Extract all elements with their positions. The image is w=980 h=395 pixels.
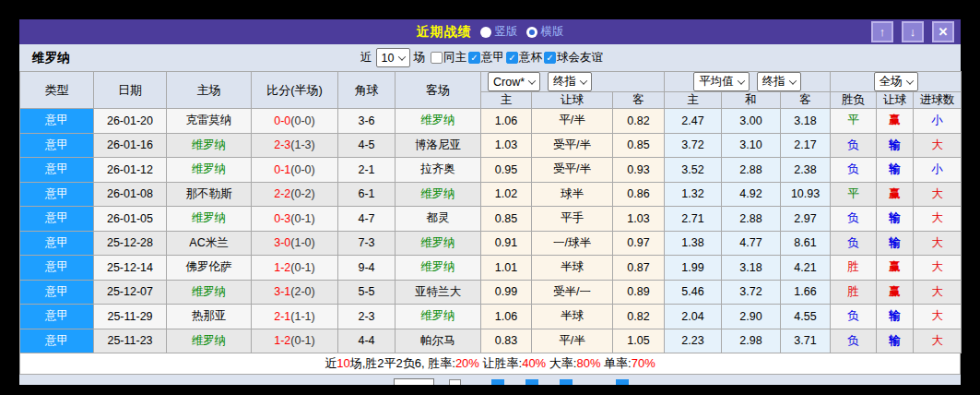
away-team-cell[interactable]: 拉齐奥 xyxy=(396,158,481,183)
filter-checkbox-group: 同主意甲意杯球会友谊 xyxy=(429,50,603,66)
avg-draw-odds-cell: 2.88 xyxy=(722,207,781,232)
average-index-select[interactable]: 终指 xyxy=(757,72,801,91)
crown-home-odds-cell: 0.95 xyxy=(481,158,532,183)
results-table: 类型 日期 主场 比分(半场) 角球 客场 Crow* 终指 xyxy=(19,71,962,353)
score-cell[interactable]: 3-0(1-0) xyxy=(252,231,338,256)
score-cell[interactable]: 3-1(2-0) xyxy=(252,280,338,305)
full-time-score: 0-1 xyxy=(274,163,290,176)
crown-away-odds-cell: 0.86 xyxy=(613,182,665,207)
full-time-score: 1-2 xyxy=(274,334,290,347)
avg-away-odds-cell: 3.71 xyxy=(781,329,831,353)
view-horizontal-radio[interactable]: 横版 xyxy=(526,24,564,40)
score-cell[interactable]: 0-3(0-1) xyxy=(252,207,338,232)
league-cell[interactable]: 意甲 xyxy=(20,256,94,281)
avg-away-odds-cell: 4.21 xyxy=(781,256,831,281)
away-team-cell[interactable]: 亚特兰大 xyxy=(396,280,481,305)
home-team-cell[interactable]: 佛罗伦萨 xyxy=(167,256,252,281)
handicap-result-cell: 输 xyxy=(877,158,914,183)
score-cell[interactable]: 2-2(0-2) xyxy=(252,182,338,207)
home-team-cell[interactable]: 维罗纳 xyxy=(167,158,252,183)
score-cell[interactable]: 2-3(1-3) xyxy=(252,133,338,158)
view-vertical-radio[interactable]: 竖版 xyxy=(480,24,518,40)
match-row: 意甲26-01-12维罗纳0-1(0-0)2-1拉齐奥0.95受平/半0.933… xyxy=(20,158,962,183)
filter-checkbox-意甲[interactable]: 意甲 xyxy=(468,50,504,66)
league-cell[interactable]: 意甲 xyxy=(20,109,94,134)
filter-checkbox-同主[interactable]: 同主 xyxy=(431,50,466,66)
summary-stat-value: 20% xyxy=(455,356,479,370)
crown-away-odds-cell: 0.87 xyxy=(613,256,665,281)
score-cell[interactable]: 0-0(0-0) xyxy=(252,109,338,134)
checked-checkbox-icon[interactable] xyxy=(506,52,518,64)
league-cell[interactable]: 意甲 xyxy=(20,329,94,353)
avg-home-odds-cell: 2.04 xyxy=(665,305,722,329)
cutoff-count-select[interactable] xyxy=(394,378,434,385)
cutoff-unchecked-checkbox[interactable] xyxy=(449,379,461,385)
chevron-down-icon xyxy=(580,77,587,84)
home-team-cell[interactable]: 那不勒斯 xyxy=(167,182,252,207)
crown-handicap-cell: 受平/半 xyxy=(532,133,613,158)
bookmaker-index-select[interactable]: 终指 xyxy=(548,72,592,91)
league-cell[interactable]: 意甲 xyxy=(20,207,94,232)
cutoff-checked-checkbox[interactable] xyxy=(616,379,629,385)
away-team-cell[interactable]: 都灵 xyxy=(396,207,481,232)
crown-away-odds-cell: 0.82 xyxy=(613,109,665,134)
home-team-cell[interactable]: 克雷莫纳 xyxy=(167,109,252,134)
away-team-cell[interactable]: 帕尔马 xyxy=(396,329,481,353)
handicap-result-cell: 输 xyxy=(877,133,914,158)
radio-selected-icon[interactable] xyxy=(526,27,537,38)
away-team-cell[interactable]: 维罗纳 xyxy=(396,256,481,281)
away-team-cell[interactable]: 维罗纳 xyxy=(396,109,481,134)
away-team-cell[interactable]: 维罗纳 xyxy=(396,231,481,256)
checked-checkbox-icon[interactable] xyxy=(544,52,556,64)
chevron-down-icon xyxy=(905,77,913,84)
score-cell[interactable]: 2-1(1-1) xyxy=(252,305,338,329)
away-team-cell[interactable]: 维罗纳 xyxy=(396,305,481,329)
avg-home-odds-cell: 5.46 xyxy=(665,280,722,305)
away-team-cell[interactable]: 博洛尼亚 xyxy=(396,133,481,158)
cutoff-checked-checkbox[interactable] xyxy=(560,379,573,385)
scope-select[interactable]: 全场 xyxy=(874,72,918,91)
avg-draw-odds-cell: 2.88 xyxy=(722,158,781,183)
score-cell[interactable]: 1-2(0-1) xyxy=(252,329,338,353)
league-cell[interactable]: 意甲 xyxy=(20,182,94,207)
filter-checkbox-意杯[interactable]: 意杯 xyxy=(506,50,542,66)
score-cell[interactable]: 0-1(0-0) xyxy=(252,158,338,183)
crown-handicap-cell: 半球 xyxy=(532,256,613,281)
half-time-score: (0-1) xyxy=(290,212,314,225)
home-team-cell[interactable]: 维罗纳 xyxy=(167,133,252,158)
unchecked-checkbox-icon[interactable] xyxy=(431,52,443,64)
league-cell[interactable]: 意甲 xyxy=(20,133,94,158)
crown-home-odds-cell: 1.03 xyxy=(481,133,532,158)
league-cell[interactable]: 意甲 xyxy=(20,158,94,183)
home-team-cell[interactable]: AC米兰 xyxy=(167,231,252,256)
home-team-cell[interactable]: 维罗纳 xyxy=(167,207,252,232)
league-cell[interactable]: 意甲 xyxy=(20,231,94,256)
move-up-button[interactable]: ↑ xyxy=(871,21,893,42)
full-time-score: 3-1 xyxy=(274,285,290,298)
match-row: 意甲25-12-07维罗纳3-1(2-0)5-5亚特兰大0.99受半/一0.89… xyxy=(20,280,962,305)
league-cell[interactable]: 意甲 xyxy=(20,280,94,305)
goals-cell: 大 xyxy=(914,182,962,207)
score-cell[interactable]: 1-2(0-1) xyxy=(252,256,338,281)
home-team-cell[interactable]: 维罗纳 xyxy=(167,280,252,305)
bookmaker-select[interactable]: Crow* xyxy=(488,72,540,91)
cutoff-checked-checkbox[interactable] xyxy=(525,379,538,385)
date-cell: 25-12-14 xyxy=(94,256,167,281)
home-team-cell[interactable]: 热那亚 xyxy=(167,305,252,329)
radio-unselected-icon[interactable] xyxy=(480,27,491,38)
away-team-cell[interactable]: 维罗纳 xyxy=(396,182,481,207)
crown-home-odds-cell: 0.91 xyxy=(481,231,532,256)
cutoff-checked-checkbox[interactable] xyxy=(491,379,504,385)
average-select[interactable]: 平均值 xyxy=(693,72,750,91)
match-count-select[interactable]: 10 xyxy=(376,48,410,67)
home-team-cell[interactable]: 维罗纳 xyxy=(167,329,252,353)
match-row: 意甲25-12-28AC米兰3-0(1-0)7-3维罗纳0.91一/球半0.97… xyxy=(20,231,962,256)
checked-checkbox-icon[interactable] xyxy=(468,52,480,64)
close-button[interactable]: ✕ xyxy=(932,21,954,42)
league-cell[interactable]: 意甲 xyxy=(20,305,94,329)
view-horizontal-label: 横版 xyxy=(541,24,564,40)
move-down-button[interactable]: ↓ xyxy=(902,21,924,42)
chevron-down-icon xyxy=(789,77,797,84)
match-count-value: 10 xyxy=(382,52,395,65)
filter-checkbox-球会友谊[interactable]: 球会友谊 xyxy=(544,50,603,66)
